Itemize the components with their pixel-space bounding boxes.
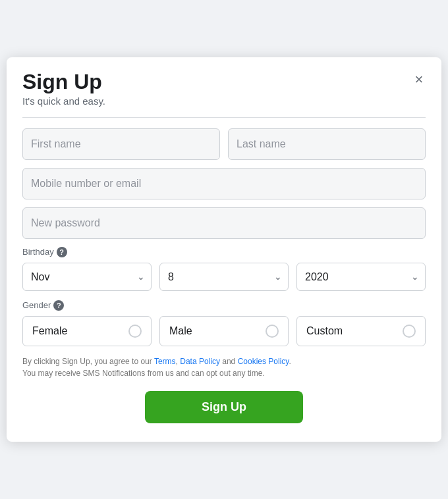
day-select[interactable]: 8 1234 5679 10111213 14151617 18192021 2…	[159, 263, 289, 291]
email-row	[22, 168, 426, 199]
modal-subtitle: It's quick and easy.	[22, 95, 426, 107]
birthday-row: Nov JanFebMar AprMayJun JulAugSep OctDec…	[22, 263, 426, 291]
gender-custom-radio[interactable]	[403, 325, 416, 338]
cookies-policy-link[interactable]: Cookies Policy	[238, 357, 289, 366]
birthday-label: Birthday ?	[22, 247, 426, 257]
first-name-input[interactable]	[22, 128, 220, 160]
gender-male-radio[interactable]	[266, 325, 279, 338]
page-title: Sign Up	[22, 70, 426, 93]
data-policy-link[interactable]: Data Policy	[180, 357, 220, 366]
modal-header: Sign Up It's quick and easy.	[22, 70, 426, 106]
gender-female-radio[interactable]	[128, 325, 142, 338]
birthday-help-icon[interactable]: ?	[57, 247, 67, 257]
terms-text: By clicking Sign Up, you agree to our Te…	[22, 355, 426, 379]
gender-row: Female Male Custom	[22, 316, 426, 346]
gender-male-option[interactable]: Male	[159, 316, 289, 346]
last-name-input[interactable]	[228, 128, 426, 160]
gender-female-option[interactable]: Female	[22, 316, 152, 346]
day-wrapper: 8 1234 5679 10111213 14151617 18192021 2…	[159, 263, 289, 291]
close-button[interactable]: ×	[407, 68, 431, 92]
terms-link[interactable]: Terms	[154, 357, 176, 366]
header-divider	[22, 117, 426, 118]
gender-female-label: Female	[32, 325, 67, 337]
gender-section: Gender ? Female Male Custom	[22, 300, 426, 346]
signup-button[interactable]: Sign Up	[145, 391, 303, 423]
password-input[interactable]	[22, 207, 426, 239]
name-row	[22, 128, 426, 160]
gender-help-icon[interactable]: ?	[53, 300, 64, 311]
month-select[interactable]: Nov JanFebMar AprMayJun JulAugSep OctDec	[22, 263, 152, 291]
password-row	[22, 207, 426, 239]
signup-modal: × Sign Up It's quick and easy. Birthday …	[7, 57, 441, 441]
mobile-email-input[interactable]	[22, 168, 426, 199]
year-wrapper: 2020 201920182017 201620152010 200520001…	[296, 263, 426, 291]
gender-custom-label: Custom	[306, 325, 343, 337]
gender-custom-option[interactable]: Custom	[296, 316, 426, 346]
year-select[interactable]: 2020 201920182017 201620152010 200520001…	[296, 263, 426, 291]
gender-label: Gender ?	[22, 300, 426, 311]
month-wrapper: Nov JanFebMar AprMayJun JulAugSep OctDec…	[22, 263, 152, 291]
gender-male-label: Male	[169, 325, 192, 337]
